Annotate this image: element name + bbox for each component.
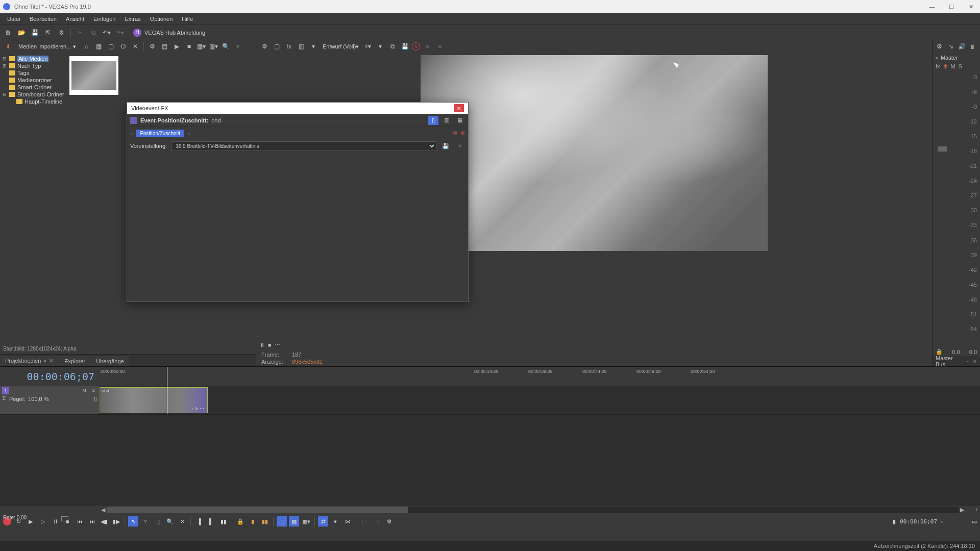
preview-quality-dropdown[interactable]: Entwurf (Voll)▾ — [321, 43, 361, 50]
normal-edit-button[interactable]: ↖ — [128, 516, 138, 527]
auto-preview-icon[interactable]: ▦▾ — [196, 41, 206, 52]
scrollbar[interactable] — [107, 507, 959, 513]
pv-split-icon[interactable]: ▥ — [296, 41, 306, 52]
pv-copy-icon[interactable]: ⧉ — [387, 41, 398, 52]
go-end-button[interactable]: ⏭ — [87, 516, 97, 527]
fx-titlebar[interactable]: Videoevent-FX ✕ — [127, 103, 468, 114]
tree-item[interactable]: Tags — [1, 69, 65, 77]
media-stop-icon[interactable]: ■ — [184, 41, 194, 52]
refresh-icon[interactable]: ✕ — [130, 41, 140, 52]
menu-extras[interactable]: Extras — [120, 15, 144, 23]
properties-icon[interactable]: ⚙ — [56, 28, 66, 38]
pv-fx-icon[interactable]: fx — [284, 41, 294, 52]
undo-icon[interactable]: ↶▾ — [102, 28, 112, 38]
fx-chip-position[interactable]: Position/Zuschnitt — [136, 130, 184, 137]
pv-save-icon[interactable]: 💾 — [400, 41, 410, 52]
track-header[interactable]: 1 M S ⠿ Pegel: 100,0 % ▯ — [0, 386, 100, 414]
track-handle-icon[interactable]: ⠿ — [2, 395, 6, 402]
media-play-icon[interactable]: ▶ — [172, 41, 182, 52]
pv-overlay-icon[interactable]: ♯▾ — [363, 41, 373, 52]
ms-gear-icon[interactable]: ⚙ — [936, 41, 944, 52]
next-frame-button[interactable]: ▮▶ — [111, 516, 121, 527]
scroll-thumb[interactable] — [107, 507, 408, 513]
tc-box-icon[interactable]: ▫ — [941, 518, 943, 524]
marker-right-icon[interactable]: ▮ — [893, 518, 896, 525]
ms-dim-icon[interactable]: ↘ — [947, 41, 955, 52]
lock-icon[interactable]: 🔒 — [936, 348, 943, 355]
master-meter[interactable]: -3-6-9 -12-15-18 -21-24-27 -30-33-36 -39… — [933, 71, 980, 347]
menu-bearbeiten[interactable]: Bearbeiten — [26, 15, 61, 23]
redo-icon[interactable]: ↷▾ — [115, 28, 125, 38]
crossfade-button[interactable]: ⋈ — [342, 516, 353, 527]
snap-button[interactable]: ⬚ — [277, 516, 287, 527]
master-tab[interactable]: Master-Bus ▫ ✕ — [933, 356, 980, 366]
open-icon[interactable]: 📂 — [16, 28, 27, 38]
sort-icon[interactable]: ▾ — [233, 41, 243, 52]
split-button[interactable]: ▮▮ — [218, 516, 229, 527]
track-slider-icon[interactable]: ▯ — [94, 395, 97, 402]
tree-item[interactable]: ⊟Alle Medien — [1, 55, 65, 62]
trim-start-button[interactable]: ▐ — [194, 516, 204, 527]
pv-stop-icon[interactable]: ■ — [268, 342, 272, 348]
prev-frame-button[interactable]: ◀▮ — [99, 516, 109, 527]
play-button[interactable]: ▷ — [38, 516, 48, 527]
ms-speaker-icon[interactable]: 🔊 — [958, 41, 966, 52]
lock-button[interactable]: 🔒 — [235, 516, 246, 527]
render-icon[interactable]: ⇱ — [43, 28, 53, 38]
fx-close-button[interactable]: ✕ — [454, 104, 464, 112]
fx-remove-icon[interactable]: ✼ — [460, 130, 465, 137]
marker-button[interactable]: ▮ — [248, 516, 258, 527]
menu-einfuegen[interactable]: Einfügen — [89, 15, 119, 23]
master-auto-btn[interactable]: ✼ — [943, 63, 948, 70]
snap-dropdown[interactable]: ▦▾ — [301, 516, 311, 527]
tree-item[interactable]: ⊞Nach Typ — [1, 62, 65, 69]
remove-icon[interactable]: ▢ — [106, 41, 116, 52]
capture-icon[interactable]: ⌕ — [81, 41, 91, 52]
timecode-display[interactable]: 00:00:06;07 — [0, 367, 100, 386]
play-start-button[interactable]: ▶ — [26, 516, 36, 527]
menu-datei[interactable]: Datei — [3, 15, 24, 23]
go-start-button[interactable]: ⏮ — [75, 516, 85, 527]
auto2-button[interactable]: ⬚ — [372, 516, 382, 527]
delete-button[interactable]: ✕ — [177, 516, 187, 527]
tab-close-icon[interactable]: ✕ — [49, 358, 54, 364]
pause-button[interactable]: ⏸ — [50, 516, 60, 527]
track-body[interactable]: ohd ◦ fx ⋯ — [100, 386, 980, 414]
pv-overlay2-icon[interactable]: ▾ — [375, 41, 385, 52]
scroll-left-icon[interactable]: ◀ — [100, 507, 107, 513]
quantize-button[interactable]: ▦ — [289, 516, 299, 527]
media-thumbnail[interactable] — [69, 56, 118, 95]
new-icon[interactable]: 🗎 — [3, 28, 13, 38]
preset-save-icon[interactable]: 💾 — [440, 141, 451, 151]
timecode-right[interactable]: 00:00:06;07 — [900, 518, 937, 525]
selection-button[interactable]: ⬚ — [153, 516, 163, 527]
maximize-button[interactable]: ☐ — [945, 4, 958, 10]
zoom-button[interactable]: 🔍 — [165, 516, 175, 527]
master-mute-btn[interactable]: M — [951, 63, 955, 70]
fx-add-icon[interactable]: ✼ — [453, 130, 457, 137]
pv-props-icon[interactable]: ⚙ — [259, 41, 270, 52]
close-button[interactable]: ✕ — [965, 4, 977, 10]
zoom-minus-icon[interactable]: − — [966, 507, 973, 513]
tab-projektmedien[interactable]: Projektmedien▫✕ — [0, 356, 59, 366]
fx-panel-btn3[interactable]: ▦ — [455, 116, 465, 125]
get-media-icon[interactable]: ▦ — [93, 41, 104, 52]
video-clip[interactable]: ohd ◦ fx ⋯ — [100, 387, 208, 413]
preset-delete-icon[interactable]: ✕ — [455, 141, 465, 151]
playhead-track[interactable] — [167, 386, 167, 414]
tab-close-icon[interactable]: ✕ — [972, 358, 977, 365]
views-icon[interactable]: ▥▾ — [208, 41, 218, 52]
menu-ansicht[interactable]: Ansicht — [62, 15, 88, 23]
video-event-fx-dialog[interactable]: Videoevent-FX ✕ Event-Position/Zuschnitt… — [127, 102, 469, 302]
timeline-ruler[interactable]: 00:00:00:00 00:00:34;29 00:00:39;29 00:0… — [100, 367, 980, 386]
tree-item[interactable]: Smart-Ordner — [1, 84, 65, 91]
media-fx-icon[interactable]: ⌬ — [118, 41, 128, 52]
tab-uebergaenge[interactable]: Übergänge — [91, 356, 129, 366]
copy-icon[interactable]: ⧉ — [88, 28, 99, 38]
media-effects-icon[interactable]: ▤ — [159, 41, 169, 52]
master-square-icon[interactable]: ▫ — [936, 55, 938, 61]
ms-sliders-icon[interactable]: ⫼ — [969, 41, 977, 52]
tab-sq-icon[interactable]: ▫ — [967, 358, 969, 364]
save-icon[interactable]: 💾 — [30, 28, 40, 38]
tool2-button[interactable]: ⫯ — [140, 516, 151, 527]
